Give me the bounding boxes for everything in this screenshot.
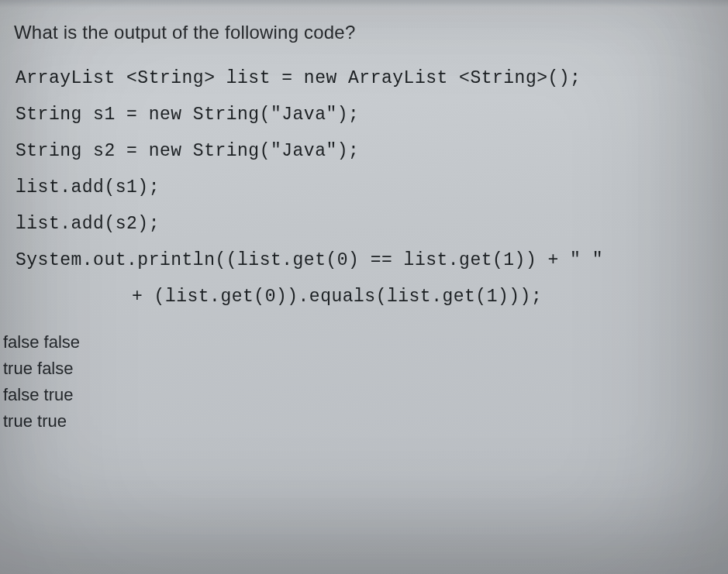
option-a[interactable]: false false (3, 329, 728, 356)
code-line-1: ArrayList <String> list = new ArrayList … (16, 60, 728, 97)
code-line-7: + (list.get(0)).equals(list.get(1))); (16, 279, 728, 315)
code-line-3: String s2 = new String("Java"); (16, 133, 728, 170)
code-line-4: list.add(s1); (16, 170, 728, 206)
code-block: ArrayList <String> list = new ArrayList … (16, 60, 728, 315)
code-line-2: String s1 = new String("Java"); (16, 97, 728, 133)
code-line-6: System.out.println((list.get(0) == list.… (16, 242, 728, 279)
top-shadow (0, 0, 728, 8)
option-b[interactable]: true false (3, 356, 728, 382)
code-line-5: list.add(s2); (16, 206, 728, 242)
option-c[interactable]: false true (3, 382, 728, 408)
answer-options: false false true false false true true t… (3, 329, 728, 435)
option-d[interactable]: true true (3, 408, 728, 435)
